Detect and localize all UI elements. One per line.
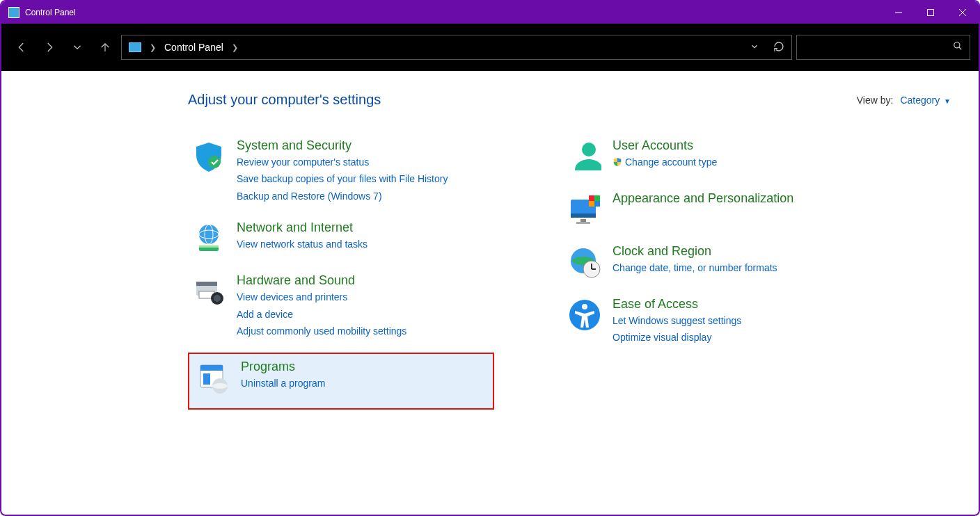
category-title[interactable]: Network and Internet [237, 220, 368, 235]
svg-line-6 [959, 47, 962, 50]
category-network-internet: Network and Internet View network status… [188, 218, 494, 259]
back-button[interactable] [10, 35, 33, 59]
category-title[interactable]: Programs [241, 360, 325, 374]
accessibility-icon [567, 297, 603, 333]
category-hardware-sound: Hardware and Sound View devices and prin… [188, 271, 494, 341]
shield-icon [191, 138, 227, 175]
globe-clock-icon [567, 244, 603, 280]
category-link[interactable]: Adjust commonly used mobility settings [237, 323, 406, 339]
svg-point-17 [214, 295, 221, 302]
up-button[interactable] [93, 35, 117, 59]
category-user-accounts: User Accounts Change account type [564, 136, 796, 177]
close-button[interactable] [947, 1, 979, 24]
svg-rect-28 [589, 195, 594, 201]
category-link[interactable]: View network status and tasks [237, 236, 368, 252]
window-title: Control Panel [25, 8, 76, 17]
svg-rect-31 [594, 201, 600, 207]
svg-rect-1 [928, 10, 934, 16]
recent-dropdown-button[interactable] [65, 35, 89, 59]
maximize-button[interactable] [915, 1, 947, 24]
printer-camera-icon [191, 273, 227, 309]
category-link[interactable]: Save backup copies of your files with Fi… [237, 171, 448, 186]
svg-rect-26 [580, 219, 586, 222]
svg-point-7 [208, 156, 221, 168]
svg-rect-14 [196, 282, 217, 286]
globe-network-icon [191, 220, 227, 257]
search-icon[interactable] [953, 41, 963, 54]
svg-rect-20 [203, 373, 210, 385]
svg-point-22 [212, 383, 228, 389]
category-link[interactable]: Optimize visual display [612, 330, 741, 345]
address-bar[interactable]: ❯ Control Panel ❯ [121, 35, 792, 60]
category-title[interactable]: Appearance and Personalization [612, 191, 793, 206]
svg-point-23 [582, 143, 596, 156]
category-title[interactable]: Hardware and Sound [237, 273, 406, 288]
svg-rect-30 [589, 201, 594, 207]
category-ease-of-access: Ease of Access Let Windows suggest setti… [564, 294, 796, 348]
chevron-down-icon: ▼ [944, 97, 951, 105]
svg-rect-19 [200, 365, 223, 371]
page-heading: Adjust your computer's settings [188, 92, 381, 108]
breadcrumb-location[interactable]: Control Panel [164, 42, 223, 53]
category-title[interactable]: System and Security [237, 138, 448, 153]
category-system-security: System and Security Review your computer… [188, 136, 494, 207]
category-column-right: User Accounts Change account type Appear… [564, 136, 796, 410]
navigation-bar: ❯ Control Panel ❯ [1, 24, 979, 71]
title-bar: Control Panel [1, 1, 979, 24]
category-title[interactable]: Ease of Access [612, 297, 741, 312]
category-link[interactable]: Review your computer's status [237, 154, 448, 170]
svg-rect-12 [199, 245, 219, 248]
category-link[interactable]: Add a device [237, 307, 406, 322]
svg-point-5 [954, 42, 960, 48]
svg-rect-29 [594, 195, 600, 201]
address-dropdown-icon[interactable] [750, 42, 759, 54]
uac-shield-icon [612, 156, 622, 166]
category-link[interactable]: Let Windows suggest settings [612, 313, 741, 328]
svg-rect-25 [571, 213, 596, 218]
category-link[interactable]: Change date, time, or number formats [612, 260, 777, 275]
minimize-button[interactable] [883, 1, 915, 24]
address-control-panel-icon [129, 42, 141, 52]
category-title[interactable]: Clock and Region [612, 244, 777, 259]
category-link[interactable]: Uninstall a program [241, 376, 325, 391]
refresh-button[interactable] [773, 41, 784, 54]
category-column-left: System and Security Review your computer… [188, 136, 494, 410]
category-clock-region: Clock and Region Change date, time, or n… [564, 241, 796, 283]
view-by-label: View by: [857, 95, 894, 106]
view-by-value[interactable]: Category ▼ [900, 95, 951, 106]
category-link[interactable]: Change account type [612, 154, 717, 170]
breadcrumb-separator-icon: ❯ [232, 43, 238, 52]
svg-rect-27 [576, 222, 590, 224]
programs-icon [195, 360, 231, 396]
svg-point-37 [582, 304, 587, 309]
category-appearance-personalization: Appearance and Personalization [564, 188, 796, 230]
category-link[interactable]: View devices and printers [237, 289, 406, 305]
category-link[interactable]: Backup and Restore (Windows 7) [237, 188, 448, 204]
user-icon [567, 138, 603, 175]
search-box[interactable] [796, 35, 970, 60]
svg-point-8 [199, 225, 219, 244]
category-programs: Programs Uninstall a program [188, 353, 494, 410]
control-panel-icon [8, 7, 19, 18]
search-input[interactable] [804, 42, 953, 53]
category-title[interactable]: User Accounts [612, 138, 717, 153]
forward-button[interactable] [38, 35, 61, 59]
monitor-colors-icon [567, 191, 603, 227]
breadcrumb-separator-icon: ❯ [150, 43, 156, 52]
content-area: Adjust your computer's settings View by:… [1, 71, 979, 430]
view-by-selector: View by: Category ▼ [857, 95, 951, 106]
